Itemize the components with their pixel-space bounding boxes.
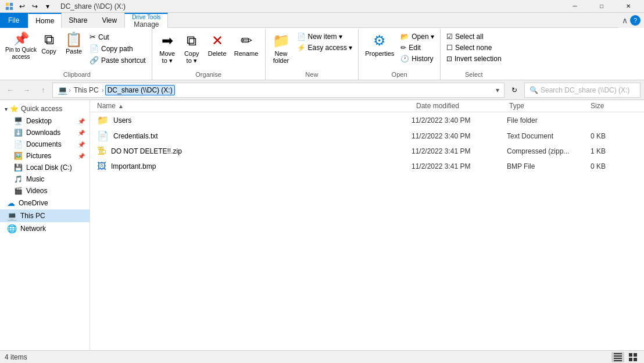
help-btn[interactable]: ?: [630, 15, 641, 26]
table-row[interactable]: 📁 Users 11/2/2022 3:40 PM File folder: [90, 112, 644, 128]
easy-access-button[interactable]: ⚡ Easy access ▾: [295, 42, 355, 53]
tab-share[interactable]: Share: [62, 13, 95, 28]
qat-undo[interactable]: ↩: [16, 1, 28, 12]
downloads-label: Downloads: [26, 129, 60, 137]
sidebar-item-this-pc[interactable]: 💻 This PC: [0, 209, 90, 222]
nav-up-button[interactable]: ↑: [36, 83, 50, 97]
paste-shortcut-icon: 🔗: [90, 56, 99, 65]
nav-back-button[interactable]: ←: [3, 83, 17, 97]
ribbon-content: 📌 Pin to Quickaccess ⧉ Copy 📋 Paste ✂ Cu…: [0, 28, 644, 80]
sidebar-item-quick-access[interactable]: ▾ ⭐ Quick access: [0, 102, 90, 115]
open-group: ⚙ Properties 📂 Open ▾ ✏ Edit 🕐 History O…: [359, 29, 441, 80]
tab-view[interactable]: View: [95, 13, 124, 28]
properties-button[interactable]: ⚙ Properties: [362, 30, 397, 59]
sidebar-item-documents[interactable]: 📄 Documents 📌: [0, 138, 90, 150]
details-view-button[interactable]: [611, 352, 624, 362]
sidebar-item-local-disk[interactable]: 💾 Local Disk (C:): [0, 162, 90, 173]
table-row[interactable]: 🗜 DO NOT DELETE!!.zip 11/2/2022 3:41 PM …: [90, 144, 644, 159]
this-pc-label: This PC: [20, 212, 45, 220]
breadcrumb-this-pc[interactable]: This PC: [72, 86, 101, 95]
tab-file[interactable]: File: [0, 13, 28, 28]
tab-drive-tools[interactable]: Drive Tools Manage: [124, 13, 168, 28]
invert-selection-icon: ⊡: [446, 55, 452, 63]
sidebar-item-downloads[interactable]: ⬇️ Downloads 📌: [0, 127, 90, 138]
file-size: 0 KB: [591, 162, 637, 170]
copy-button[interactable]: ⧉ Copy: [37, 30, 60, 57]
sort-arrow-icon: ▲: [118, 103, 124, 109]
sidebar-item-desktop[interactable]: 🖥️ Desktop 📌: [0, 115, 90, 127]
new-item-button[interactable]: 📄 New item ▾: [295, 31, 355, 42]
history-button[interactable]: 🕐 History: [398, 54, 437, 64]
rename-button[interactable]: ✏ Rename: [231, 30, 262, 59]
sidebar-item-pictures[interactable]: 🖼️ Pictures 📌: [0, 150, 90, 162]
minimize-button[interactable]: ─: [561, 0, 588, 13]
pin-quick-access-button[interactable]: 📌 Pin to Quickaccess: [6, 30, 36, 63]
address-drive-icon: 💻: [58, 86, 67, 95]
select-all-button[interactable]: ☑ Select all: [444, 31, 504, 42]
svg-rect-5: [614, 355, 622, 357]
large-icons-view-button[interactable]: [627, 352, 639, 362]
column-modified[interactable]: Date modified: [416, 102, 509, 110]
open-group-label: Open: [362, 70, 437, 80]
column-name[interactable]: Name ▲: [97, 102, 416, 110]
select-none-button[interactable]: ☐ Select none: [444, 42, 504, 53]
sidebar-item-music[interactable]: 🎵 Music: [0, 173, 90, 185]
pictures-label: Pictures: [26, 152, 51, 160]
network-label: Network: [20, 225, 46, 233]
pictures-icon: 🖼️: [14, 152, 23, 160]
svg-rect-6: [614, 358, 622, 359]
breadcrumb: 💻 › This PC › DC_share (\\DC) (X:): [58, 85, 175, 95]
move-to-button[interactable]: ➡ Moveto ▾: [156, 30, 179, 67]
view-controls: [611, 352, 639, 362]
table-row[interactable]: 📄 Credentials.txt 11/2/2022 3:40 PM Text…: [90, 128, 644, 144]
breadcrumb-current[interactable]: DC_share (\\DC) (X:): [105, 85, 175, 95]
search-box[interactable]: 🔍 Search DC_share (\\DC) (X:): [524, 83, 641, 98]
properties-icon: ⚙: [373, 33, 386, 49]
window-title: DC_share (\\DC) (X:): [60, 2, 126, 10]
paste-button[interactable]: 📋 Paste: [62, 30, 86, 57]
close-button[interactable]: ✕: [615, 0, 642, 13]
this-pc-icon: 💻: [7, 211, 17, 220]
sidebar-item-videos[interactable]: 🎬 Videos: [0, 185, 90, 197]
maximize-button[interactable]: □: [588, 0, 615, 13]
chevron-down-icon: ▾: [5, 106, 8, 112]
delete-button[interactable]: ✕ Delete: [205, 30, 230, 59]
qat-redo[interactable]: ↪: [29, 1, 41, 12]
copy-to-button[interactable]: ⧉ Copyto ▾: [180, 30, 203, 67]
column-size[interactable]: Size: [591, 102, 637, 110]
ribbon-collapse-btn[interactable]: ∧: [622, 16, 628, 25]
zip-file-icon: 🗜: [97, 146, 106, 156]
file-modified: 11/2/2022 3:41 PM: [412, 147, 505, 155]
nav-forward-button[interactable]: →: [20, 83, 34, 97]
invert-selection-button[interactable]: ⊡ Invert selection: [444, 54, 504, 64]
copy-path-button[interactable]: 📄 Copy path: [87, 43, 148, 54]
column-type[interactable]: Type: [509, 102, 591, 110]
move-to-icon: ➡: [162, 33, 173, 49]
qat-customize[interactable]: ▾: [42, 1, 53, 12]
sidebar: ▾ ⭐ Quick access 🖥️ Desktop 📌 ⬇️ Downloa…: [0, 100, 90, 350]
select-none-icon: ☐: [446, 44, 453, 52]
address-dropdown-button[interactable]: ▾: [496, 86, 499, 94]
edit-button[interactable]: ✏ Edit: [398, 42, 437, 53]
easy-access-icon: ⚡: [297, 44, 306, 52]
rename-icon: ✏: [241, 33, 252, 49]
refresh-button[interactable]: ↻: [507, 83, 522, 98]
new-folder-icon: 📁: [273, 33, 290, 49]
paste-shortcut-button[interactable]: 🔗 Paste shortcut: [87, 55, 148, 66]
cut-button[interactable]: ✂ Cut: [87, 31, 148, 42]
sidebar-item-onedrive[interactable]: ☁ OneDrive: [0, 197, 90, 209]
documents-label: Documents: [26, 140, 62, 148]
file-list: 📁 Users 11/2/2022 3:40 PM File folder 📄 …: [90, 112, 644, 350]
delete-icon: ✕: [212, 33, 223, 49]
address-bar: ← → ↑ 💻 › This PC › DC_share (\\DC) (X:)…: [0, 80, 644, 100]
table-row[interactable]: 🖼 Important.bmp 11/2/2022 3:41 PM BMP Fi…: [90, 159, 644, 174]
open-button[interactable]: 📂 Open ▾: [398, 31, 437, 42]
new-folder-button[interactable]: 📁 Newfolder: [269, 30, 294, 66]
tab-home[interactable]: Home: [28, 13, 62, 28]
file-type: File folder: [507, 116, 588, 124]
clipboard-group-label: Clipboard: [6, 70, 148, 80]
file-name: Credentials.txt: [113, 132, 409, 140]
sidebar-item-network[interactable]: 🌐 Network: [0, 222, 90, 235]
address-box[interactable]: 💻 › This PC › DC_share (\\DC) (X:) ▾: [52, 83, 505, 98]
folder-icon: 📁: [97, 115, 109, 126]
